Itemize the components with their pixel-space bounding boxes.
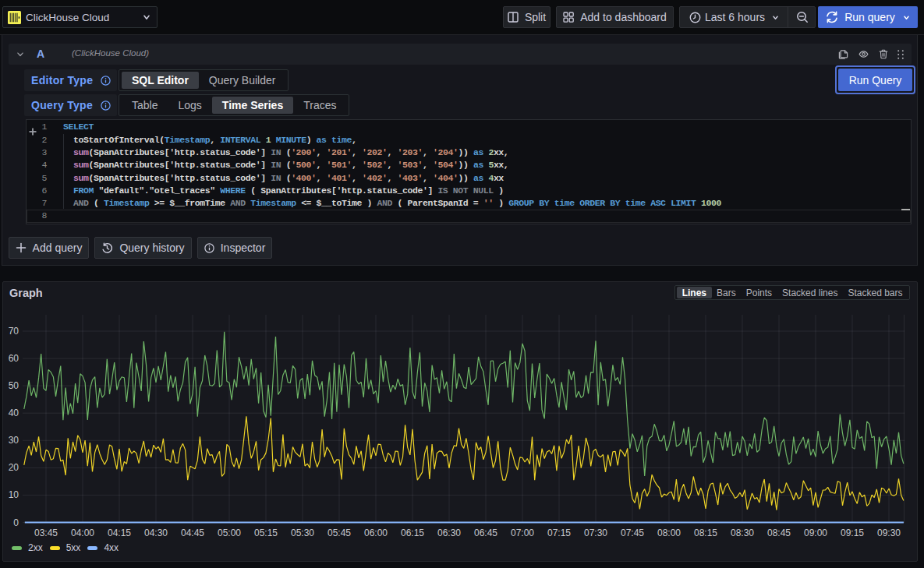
svg-text:04:00: 04:00 xyxy=(71,527,94,538)
svg-text:07:00: 07:00 xyxy=(511,527,534,538)
svg-text:04:30: 04:30 xyxy=(144,527,168,538)
svg-text:03:45: 03:45 xyxy=(34,527,58,538)
svg-text:0: 0 xyxy=(13,517,19,528)
svg-text:06:30: 06:30 xyxy=(437,527,461,538)
svg-text:04:15: 04:15 xyxy=(108,527,131,538)
svg-text:05:30: 05:30 xyxy=(291,527,314,538)
svg-text:50: 50 xyxy=(9,380,19,391)
svg-text:60: 60 xyxy=(9,353,19,364)
svg-text:30: 30 xyxy=(9,435,19,446)
svg-text:07:30: 07:30 xyxy=(584,527,607,538)
svg-text:70: 70 xyxy=(9,326,19,337)
svg-text:08:45: 08:45 xyxy=(767,527,791,538)
svg-text:07:15: 07:15 xyxy=(547,527,571,538)
svg-text:08:00: 08:00 xyxy=(657,527,681,538)
svg-text:07:45: 07:45 xyxy=(621,527,644,538)
svg-text:06:45: 06:45 xyxy=(474,527,497,538)
svg-text:40: 40 xyxy=(9,407,19,418)
svg-text:05:00: 05:00 xyxy=(218,527,241,538)
svg-text:09:30: 09:30 xyxy=(877,527,901,538)
svg-text:08:15: 08:15 xyxy=(694,527,717,538)
svg-text:09:00: 09:00 xyxy=(804,527,827,538)
svg-text:04:45: 04:45 xyxy=(181,527,204,538)
svg-text:20: 20 xyxy=(9,462,19,473)
svg-text:08:30: 08:30 xyxy=(731,527,754,538)
svg-text:10: 10 xyxy=(9,489,19,500)
svg-text:06:00: 06:00 xyxy=(364,527,388,538)
svg-text:05:45: 05:45 xyxy=(327,527,351,538)
svg-text:09:15: 09:15 xyxy=(841,527,864,538)
svg-text:06:15: 06:15 xyxy=(401,527,424,538)
svg-text:05:15: 05:15 xyxy=(254,527,278,538)
